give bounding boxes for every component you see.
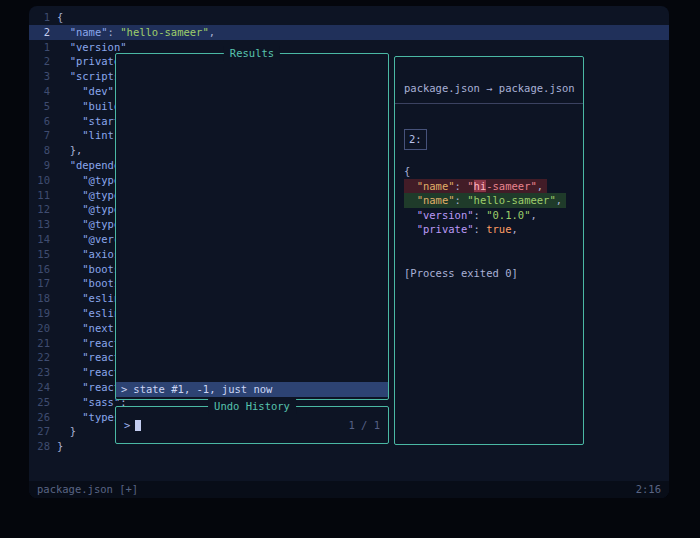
code-segment: :: [455, 180, 468, 192]
preview-header: package.json → package.json: [395, 81, 583, 95]
results-selected-entry[interactable]: > state #1, -1, just now: [116, 382, 388, 397]
diff-line-content: "version": "0.1.0",: [404, 208, 537, 223]
code-segment: "name": [70, 26, 108, 38]
line-number: 13: [29, 217, 50, 232]
line-number: 19: [29, 306, 50, 321]
line-text: },: [57, 143, 82, 158]
code-segment: [57, 70, 70, 82]
code-segment: :: [474, 223, 487, 235]
diff-line-content: {: [404, 164, 410, 179]
code-segment: }: [57, 425, 76, 437]
line-text: }: [57, 439, 63, 454]
statusline: package.json [+] 2:16: [29, 481, 669, 498]
code-segment: [57, 159, 70, 171]
code-segment: }: [57, 440, 63, 452]
code-segment: [57, 233, 82, 245]
line-number: 2: [29, 54, 50, 69]
code-segment: "name": [404, 180, 455, 192]
code-segment: [57, 174, 82, 186]
code-segment: {: [404, 165, 410, 177]
code-segment: ,: [209, 26, 215, 38]
code-segment: "dev": [82, 85, 114, 97]
line-text: "dev":: [57, 84, 120, 99]
code-segment: [57, 381, 82, 393]
statusline-position: 2:16: [636, 481, 661, 498]
result-counter: 1 / 1: [348, 419, 380, 431]
code-segment: ,: [556, 194, 562, 206]
code-segment: ,: [537, 180, 543, 192]
results-window: Results > state #1, -1, just now: [115, 53, 389, 400]
text-cursor: [135, 420, 141, 431]
code-segment: [57, 218, 82, 230]
line-number: 27: [29, 424, 50, 439]
line-number: 26: [29, 410, 50, 425]
editor: 1{2 "name": "hello-sameer",1 "version"2 …: [29, 6, 669, 498]
code-segment: [57, 277, 82, 289]
code-segment: [57, 26, 70, 38]
buffer-line[interactable]: 1{: [29, 10, 669, 25]
code-segment: [57, 85, 82, 97]
line-number: 10: [29, 173, 50, 188]
line-text: {: [57, 10, 63, 25]
line-number: 28: [29, 439, 50, 454]
line-number: 1: [29, 10, 50, 25]
code-segment: true: [486, 223, 511, 235]
line-number: 14: [29, 232, 50, 247]
line-number: 25: [29, 395, 50, 410]
code-segment: hi: [474, 180, 487, 192]
code-segment: :: [474, 209, 487, 221]
diff-line-context: "version": "0.1.0",: [395, 208, 583, 223]
line-number: 7: [29, 128, 50, 143]
line-number: 5: [29, 99, 50, 114]
code-segment: [57, 263, 82, 275]
code-segment: [57, 322, 82, 334]
code-segment: [57, 41, 70, 53]
line-number: 21: [29, 336, 50, 351]
prompt-input[interactable]: > 1 / 1: [116, 419, 388, 431]
prompt-window: Undo History > 1 / 1: [115, 406, 389, 444]
code-segment: [57, 307, 82, 319]
code-segment: -sameer": [486, 180, 537, 192]
code-segment: [57, 366, 82, 378]
diff-line-context: {: [395, 164, 583, 179]
code-segment: [57, 337, 82, 349]
selection-caret-icon: >: [121, 382, 127, 397]
statusline-file: package.json [+]: [37, 481, 138, 498]
code-segment: [57, 292, 82, 304]
prompt-caret-icon: >: [124, 419, 130, 431]
code-segment: "hello-sameer": [120, 26, 209, 38]
line-number: 12: [29, 202, 50, 217]
preview-separator: [395, 103, 583, 104]
code-segment: [57, 248, 82, 260]
code-segment: ,: [512, 223, 518, 235]
code-segment: "private": [404, 223, 474, 235]
hunk-header: 2:: [404, 129, 427, 150]
code-segment: [57, 129, 82, 141]
hunk-header-row: 2:: [404, 129, 583, 152]
line-number: 8: [29, 143, 50, 158]
process-exit-message: [Process exited 0]: [395, 266, 583, 280]
line-text: "name": "hello-sameer",: [57, 25, 215, 40]
line-number: 22: [29, 350, 50, 365]
line-number: 15: [29, 247, 50, 262]
code-segment: {: [57, 11, 63, 23]
prompt-title: Undo History: [208, 399, 296, 414]
code-segment: ,: [530, 209, 536, 221]
diff-line-content: "name": "hi-sameer",: [404, 179, 547, 194]
diff-line-context: "private": true,: [395, 222, 583, 237]
code-segment: [57, 351, 82, 363]
buffer-line-current[interactable]: 2 "name": "hello-sameer",: [29, 25, 669, 40]
line-number: 18: [29, 291, 50, 306]
code-segment: :: [455, 194, 468, 206]
line-number: 24: [29, 380, 50, 395]
code-segment: [57, 189, 82, 201]
line-number: 20: [29, 321, 50, 336]
diff-line-content: "private": true,: [404, 222, 518, 237]
diff-line-content: "name": "hello-sameer",: [404, 193, 566, 208]
code-segment: [57, 396, 82, 408]
code-segment: "hello-sameer": [467, 194, 556, 206]
line-number: 2: [29, 25, 50, 40]
code-segment: "version": [70, 41, 127, 53]
code-segment: "version": [404, 209, 474, 221]
code-segment: :: [108, 26, 121, 38]
